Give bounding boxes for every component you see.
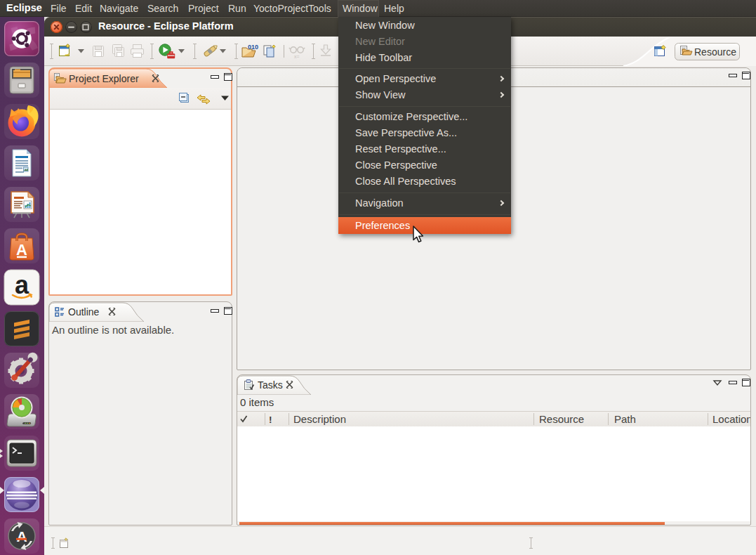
- svg-text:010: 010: [248, 44, 258, 51]
- svg-text:!: !: [269, 414, 272, 425]
- svg-text:A: A: [16, 241, 27, 259]
- svg-text:A: A: [16, 528, 27, 544]
- svg-text:Resource: Resource: [539, 413, 584, 425]
- svg-text:Resource: Resource: [694, 46, 736, 58]
- svg-text:Location: Location: [712, 413, 750, 425]
- svg-text:a: a: [15, 270, 29, 299]
- svg-text:x=: x=: [294, 54, 300, 59]
- svg-text:Description: Description: [293, 413, 346, 425]
- svg-text:Path: Path: [614, 413, 636, 425]
